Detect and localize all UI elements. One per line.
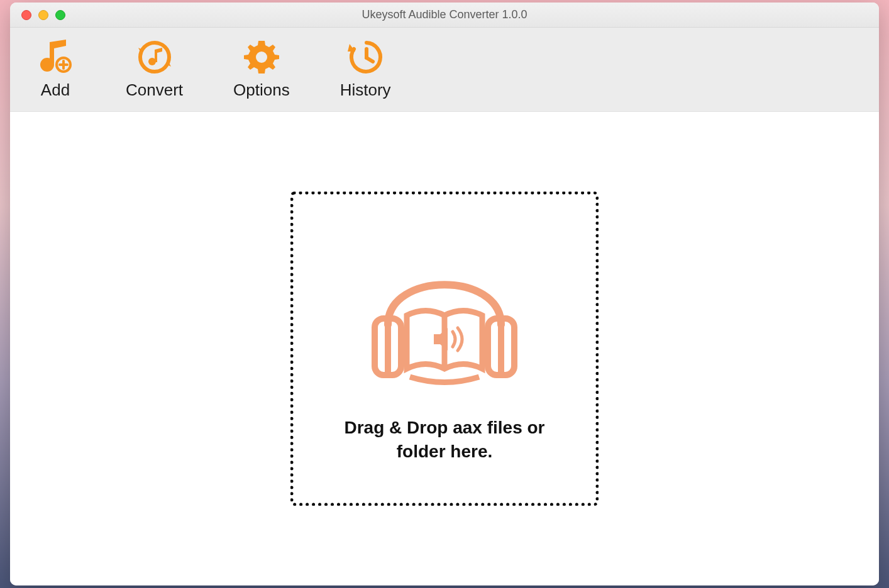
- history-icon: [345, 39, 385, 75]
- history-button[interactable]: History: [340, 39, 391, 100]
- svg-point-1: [40, 58, 54, 72]
- toolbar: Add Convert: [10, 28, 879, 112]
- history-label: History: [340, 80, 391, 100]
- options-label: Options: [233, 80, 290, 100]
- close-icon[interactable]: [21, 10, 31, 20]
- audiobook-headphones-icon: [360, 234, 529, 397]
- convert-icon: [135, 39, 175, 75]
- svg-line-10: [367, 58, 373, 62]
- window-title: Ukeysoft Audible Converter 1.0.0: [10, 8, 879, 21]
- add-button[interactable]: Add: [35, 39, 75, 100]
- app-window: Ukeysoft Audible Converter 1.0.0: [10, 3, 879, 585]
- titlebar: Ukeysoft Audible Converter 1.0.0: [10, 3, 879, 28]
- dropzone-text: Drag & Drop aax files or folder here.: [331, 416, 558, 464]
- minimize-icon[interactable]: [38, 10, 48, 20]
- gear-icon: [241, 39, 282, 75]
- maximize-icon[interactable]: [55, 10, 65, 20]
- add-label: Add: [41, 80, 70, 100]
- traffic-lights: [10, 10, 65, 20]
- svg-point-8: [256, 52, 267, 63]
- convert-button[interactable]: Convert: [126, 39, 183, 100]
- dropzone[interactable]: Drag & Drop aax files or folder here.: [290, 192, 599, 506]
- options-button[interactable]: Options: [233, 39, 290, 100]
- convert-label: Convert: [126, 80, 183, 100]
- music-note-plus-icon: [35, 39, 75, 75]
- content-area: Drag & Drop aax files or folder here.: [10, 112, 879, 585]
